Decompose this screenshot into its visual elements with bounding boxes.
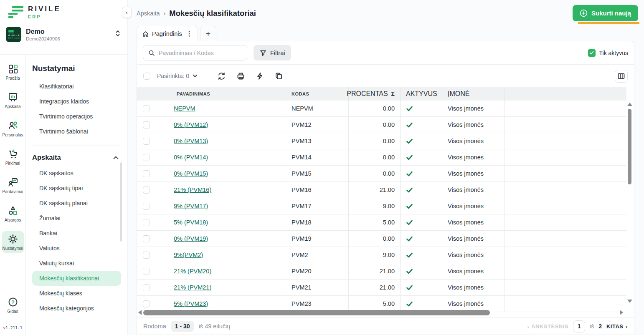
refresh-button[interactable] [216, 70, 228, 82]
table-row[interactable]: 21% (PVM21) PVM21 21.00 Visos įmonės [137, 280, 626, 296]
tab-menu-icon[interactable]: ⋮ [185, 30, 193, 38]
table-row[interactable]: 0% (PVM15) PVM15 0.00 Visos įmonės [137, 166, 626, 182]
table-row[interactable]: NEPVM NEPVM 0.00 Visos įmonės [137, 101, 626, 117]
menu-item[interactable]: Valiutų kursai [32, 256, 121, 271]
column-settings-button[interactable] [615, 70, 628, 83]
next-page-button[interactable]: KITAS › [606, 323, 628, 330]
row-name-link[interactable]: 0% (PVM14) [174, 154, 208, 161]
scroll-down-arrow-icon[interactable] [627, 300, 632, 303]
menu-scrollbar[interactable] [120, 162, 122, 242]
column-header-name[interactable]: PAVADINIMAS [168, 91, 286, 96]
rail-item-pradzia[interactable]: Pradžia [2, 60, 24, 83]
copy-button[interactable] [273, 70, 285, 82]
table-row[interactable]: 9% (PVM17) PVM17 9.00 Visos įmonės [137, 198, 626, 214]
row-checkbox[interactable] [143, 154, 150, 161]
menu-item[interactable]: Tvirtinimo šablonai [32, 124, 121, 139]
rail-item-personalas[interactable]: Personalas [2, 117, 24, 140]
rail-item-pirkimai[interactable]: Pirkimai [2, 146, 24, 168]
vertical-scrollbar[interactable] [627, 103, 632, 303]
active-only-toggle[interactable]: Tik aktyvūs [588, 49, 629, 57]
select-all-checkbox[interactable] [143, 73, 150, 80]
rail-item-nustatymai[interactable]: Nustatymai [2, 231, 24, 253]
table-row[interactable]: 21% (PVM20) PVM20 21.00 Visos įmonės [137, 263, 626, 280]
filters-button[interactable]: Filtrai [254, 45, 291, 60]
row-checkbox[interactable] [143, 121, 150, 128]
menu-item[interactable]: Mokesčių klasifikatoriai [32, 271, 121, 286]
horizontal-scroll-thumb[interactable] [143, 310, 490, 315]
row-name-link[interactable]: 0% (PVM13) [174, 138, 208, 144]
row-name-link[interactable]: 0% (PVM12) [174, 121, 208, 128]
menu-item[interactable]: Klasifikatoriai [32, 79, 121, 94]
row-checkbox[interactable] [143, 203, 150, 210]
row-name-link[interactable]: 0% (PVM15) [174, 170, 208, 177]
row-checkbox[interactable] [143, 235, 150, 242]
row-name-link[interactable]: 21% (PVM21) [174, 284, 211, 291]
column-header-code[interactable]: KODAS [286, 91, 309, 96]
menu-item[interactable]: Bankai [32, 226, 121, 241]
horizontal-scrollbar[interactable] [138, 309, 623, 316]
column-header-percent[interactable]: PROCENTAS [347, 90, 388, 98]
table-row[interactable]: 9%(PVM2) PVM2 9.00 Visos įmonės [137, 247, 626, 263]
create-new-button[interactable]: Sukurti naują [573, 5, 638, 21]
menu-item[interactable]: Mokesčių kategorijos [32, 301, 121, 316]
table-row[interactable]: 5% (PVM18) PVM18 5.00 Visos įmonės [137, 214, 626, 231]
table-row[interactable]: 21% (PVM16) PVM16 21.00 Visos įmonės [137, 182, 626, 198]
row-name-link[interactable]: 5% (PVM18) [174, 219, 208, 226]
column-header-company[interactable]: ĮMONĖ [442, 90, 469, 98]
breadcrumb-parent[interactable]: Apskaita [137, 10, 160, 17]
print-button[interactable] [235, 70, 247, 82]
column-header-active[interactable]: AKTYVUS [401, 90, 437, 98]
vertical-scroll-thumb[interactable] [628, 109, 631, 184]
row-checkbox[interactable] [143, 138, 150, 145]
company-selector[interactable]: RIVILE ERP demo Demo Demo20240906 [0, 21, 127, 42]
menu-item[interactable]: DK sąskaitų planai [32, 196, 121, 211]
table-row[interactable]: 0% (PVM12) PVM12 0.00 Visos įmonės [137, 117, 626, 133]
row-checkbox[interactable] [143, 186, 150, 194]
menu-item[interactable]: Integracijos klaidos [32, 94, 121, 109]
lightning-button[interactable] [254, 70, 266, 82]
search-input[interactable] [159, 50, 242, 56]
table-row[interactable]: 0% (PVM14) PVM14 0.00 Visos įmonės [137, 149, 626, 166]
row-name-link[interactable]: 0% (PVM19) [174, 235, 208, 242]
menu-item[interactable]: DK sąskaitos [32, 166, 121, 181]
rail-item-pardavimai[interactable]: Pardavimai [2, 174, 24, 196]
search-box[interactable] [143, 45, 247, 60]
row-name-link[interactable]: 9% (PVM17) [174, 203, 208, 209]
table-row[interactable]: 0% (PVM19) PVM19 0.00 Visos įmonės [137, 231, 626, 247]
table-row[interactable]: 0% (PVM13) PVM13 0.00 Visos įmonės [137, 133, 626, 149]
scroll-up-arrow-icon[interactable] [627, 103, 632, 106]
row-name-link[interactable]: NEPVM [174, 105, 195, 112]
row-checkbox[interactable] [143, 252, 150, 259]
menu-item[interactable]: Tvirtinimo operacijos [32, 109, 121, 124]
row-checkbox[interactable] [143, 300, 150, 307]
sidebar-collapse-button[interactable]: ‹ [122, 7, 132, 18]
scroll-right-arrow-icon[interactable] [620, 310, 623, 315]
row-name-link[interactable]: 21% (PVM16) [174, 186, 211, 193]
chevron-down-icon[interactable] [193, 74, 198, 78]
row-checkbox[interactable] [143, 105, 150, 112]
row-checkbox[interactable] [143, 284, 150, 291]
rows-range-badge[interactable]: 1 - 30 [171, 321, 194, 332]
menu-item[interactable]: Valiutos [32, 241, 121, 256]
prev-page-button[interactable]: ‹ ANKSTESNIS [527, 323, 568, 330]
chevron-up-icon[interactable] [113, 156, 119, 159]
row-checkbox[interactable] [143, 170, 150, 177]
add-tab-button[interactable]: + [200, 26, 216, 41]
company-switch-icon[interactable] [115, 30, 120, 37]
sum-sigma-icon[interactable]: Σ [391, 91, 395, 97]
menu-item[interactable]: DK sąskaitų tipai [32, 181, 121, 196]
rail-item-atsargos[interactable]: Atsargos [2, 202, 24, 225]
scroll-left-arrow-icon[interactable] [138, 310, 142, 315]
rail-item-gidas[interactable]: ? Gidas [2, 294, 24, 316]
menu-item[interactable]: Mokesčių klasės [32, 286, 121, 301]
row-name-link[interactable]: 9%(PVM2) [174, 252, 203, 258]
rail-item-apskaita[interactable]: Apskaita [2, 89, 24, 111]
row-checkbox[interactable] [143, 268, 150, 275]
tab-pagrindinis[interactable]: Pagrindinis ⋮ [137, 26, 198, 41]
current-page-input[interactable]: 1 [573, 320, 585, 332]
menu-item[interactable]: Žurnalai [32, 211, 121, 226]
row-name-link[interactable]: 21% (PVM20) [174, 268, 211, 275]
row-name-link[interactable]: 5% (PVM23) [174, 300, 208, 307]
checked-checkbox-icon[interactable] [588, 49, 596, 57]
row-checkbox[interactable] [143, 219, 150, 226]
